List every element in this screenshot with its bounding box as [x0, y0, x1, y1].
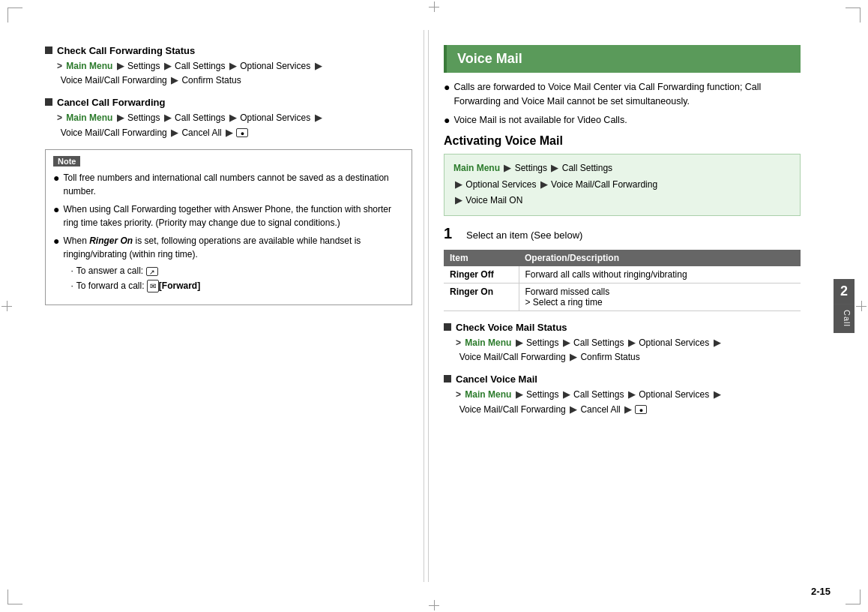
check-call-forwarding-title: Check Call Forwarding Status [57, 45, 195, 56]
ringer-on-desc: Forward missed calls > Select a ring tim… [519, 284, 801, 311]
cancel-voice-mail-nav: > Main Menu ▶ Settings ▶ Call Settings ▶… [454, 388, 801, 416]
col-header-operation: Operation/Description [519, 250, 801, 266]
cancel-call-forwarding-header: Cancel Call Forwarding [45, 97, 412, 108]
corner-mark-br [846, 590, 861, 604]
voice-mail-title: Voice Mail [457, 51, 522, 66]
voice-mail-bullet-1: ● Calls are forwarded to Voice Mail Cent… [444, 80, 801, 109]
left-column: Check Call Forwarding Status > Main Menu… [30, 30, 420, 582]
right-column: Voice Mail ● Calls are forwarded to Voic… [428, 30, 838, 582]
check-voice-mail-nav: > Main Menu ▶ Settings ▶ Call Settings ▶… [454, 336, 801, 364]
corner-mark-tl [7, 8, 22, 22]
note-label: Note [53, 156, 80, 166]
cancel-call-forwarding-title: Cancel Call Forwarding [57, 97, 165, 108]
cross-right [856, 301, 867, 311]
ringer-on-label: Ringer On [444, 284, 519, 311]
check-call-forwarding-nav: > Main Menu ▶ Settings ▶ Call Settings ▶… [55, 59, 412, 88]
cross-left [1, 301, 12, 311]
square-bullet-4 [444, 375, 451, 382]
check-call-forwarding-header: Check Call Forwarding Status [45, 45, 412, 56]
note-item-1: ● Toll free numbers and international ca… [53, 171, 404, 198]
column-divider [424, 30, 424, 582]
cancel-voice-mail-title: Cancel Voice Mail [456, 374, 537, 385]
square-bullet [45, 46, 52, 54]
step-1: 1 Select an item (See below) [444, 225, 801, 242]
cancel-icon: ● [635, 405, 647, 414]
answer-call-icon: ↗ [146, 267, 158, 276]
voice-mail-header: Voice Mail [444, 45, 801, 73]
cross-bottom [429, 600, 439, 610]
forward-key-icon: ✉ [147, 280, 159, 292]
check-voice-mail-title: Check Voice Mail Status [456, 322, 567, 333]
col-header-item: Item [444, 250, 519, 266]
note-item-2: ● When using Call Forwarding together wi… [53, 202, 404, 230]
note-item-3: ● When Ringer On is set, following opera… [53, 234, 404, 294]
green-nav-box: Main Menu ▶ Settings ▶ Call Settings ▶ O… [444, 154, 801, 216]
table-row-ringer-off: Ringer Off Forward all calls without rin… [444, 266, 801, 284]
note-sub-item-2: · To forward a call: ✉[Forward] [70, 279, 404, 292]
note-box: Note ● Toll free numbers and internation… [45, 149, 412, 305]
ringer-off-label: Ringer Off [444, 266, 519, 284]
check-voice-mail-header: Check Voice Mail Status [444, 322, 801, 333]
note-sub-items: · To answer a call: ↗ · To forward a cal… [70, 264, 404, 292]
camera-icon: ● [236, 128, 248, 137]
step-1-text: Select an item (See below) [466, 230, 582, 241]
cross-top [429, 2, 439, 12]
square-bullet-3 [444, 323, 451, 331]
corner-mark-bl [7, 590, 22, 604]
note-sub-item-1: · To answer a call: ↗ [70, 264, 404, 278]
ringer-off-desc: Forward all calls without ringing/vibrat… [519, 266, 801, 284]
page-content: Check Call Forwarding Status > Main Menu… [30, 30, 838, 582]
cancel-call-forwarding-nav: > Main Menu ▶ Settings ▶ Call Settings ▶… [55, 111, 412, 140]
voice-mail-bullet-2: ● Voice Mail is not available for Video … [444, 113, 801, 128]
activating-title: Activating Voice Mail [444, 134, 801, 148]
table-header-row: Item Operation/Description [444, 250, 801, 266]
page-number: 2-15 [811, 586, 831, 597]
corner-mark-tr [846, 8, 861, 22]
table-row-ringer-on: Ringer On Forward missed calls > Select … [444, 284, 801, 311]
ringer-table: Item Operation/Description Ringer Off Fo… [444, 250, 801, 311]
square-bullet-2 [45, 98, 52, 106]
cancel-voice-mail-header: Cancel Voice Mail [444, 374, 801, 385]
